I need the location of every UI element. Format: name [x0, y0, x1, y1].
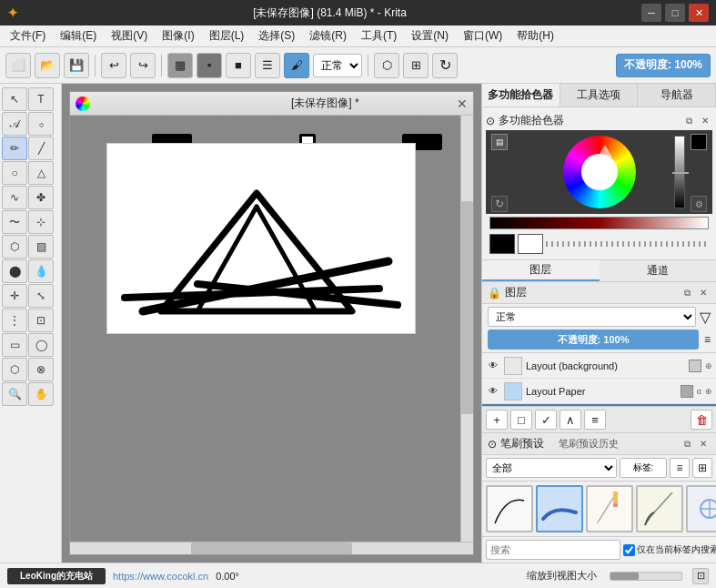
vertical-scrollbar[interactable]	[460, 116, 473, 542]
background-color-swatch[interactable]	[518, 234, 543, 254]
layer-item[interactable]: 👁 Layout (background) ⊕	[482, 353, 716, 379]
transform-tool[interactable]: ⤡	[28, 284, 54, 308]
tab-navigator[interactable]: 导航器	[638, 84, 716, 106]
contiguous-sel-tool[interactable]: ⬤	[2, 259, 27, 283]
layer-opacity-button[interactable]: 不透明度: 100%	[488, 329, 699, 350]
menu-view[interactable]: 视图(V)	[105, 26, 154, 46]
menu-settings[interactable]: 设置(N)	[405, 26, 455, 46]
merge-layer-button[interactable]: ∧	[560, 410, 581, 430]
zoom-fit-button[interactable]: ⊡	[692, 568, 709, 584]
save-button[interactable]: 💾	[64, 53, 89, 78]
canvas-close-button[interactable]: ✕	[457, 96, 468, 111]
redo-button[interactable]: ↪	[130, 53, 156, 78]
add-layer-button[interactable]: +	[486, 410, 508, 430]
cp-expand-icon[interactable]: ⧉	[681, 114, 696, 128]
brush-thumb-2[interactable]	[536, 485, 583, 532]
menu-window[interactable]: 窗口(W)	[457, 26, 509, 46]
layer-visibility-icon[interactable]: 👁	[486, 359, 500, 373]
search-checkbox[interactable]	[623, 544, 635, 556]
edit-shape-tool[interactable]: ⬦	[28, 112, 54, 136]
tab-layers[interactable]: 图层	[482, 260, 600, 281]
horizontal-scrollbar[interactable]	[70, 542, 473, 554]
menu-file[interactable]: 文件(F)	[4, 26, 52, 46]
value-strip[interactable]	[674, 136, 685, 208]
maximize-button[interactable]: □	[665, 4, 685, 22]
brush-list-view-button[interactable]: ≡	[670, 458, 690, 478]
hue-gradient-strip[interactable]	[489, 217, 709, 229]
copy-layer-button[interactable]: □	[510, 410, 532, 430]
brush-btn[interactable]: 🖌	[284, 53, 309, 78]
tab-color-picker[interactable]: 多功能拾色器	[482, 84, 560, 106]
fill-btn[interactable]: ⬡	[374, 53, 399, 78]
layer-filter-icon[interactable]: ▽	[700, 309, 711, 326]
tab-channels[interactable]: 通道	[600, 260, 717, 281]
polygon-tool[interactable]: △	[28, 161, 54, 185]
cp-close-icon[interactable]: ✕	[698, 114, 712, 128]
layer-visibility-icon[interactable]: 👁	[486, 384, 500, 399]
new-button[interactable]: ⬜	[5, 53, 31, 78]
delete-layer-button[interactable]: 🗑	[691, 410, 712, 430]
opacity-button[interactable]: 不透明度: 100%	[616, 54, 711, 77]
select-tool[interactable]: ↖	[2, 87, 27, 111]
brush-filter-select[interactable]: 全部	[486, 458, 617, 478]
pattern-btn[interactable]: ▦	[167, 53, 193, 78]
menu-help[interactable]: 帮助(H)	[510, 26, 560, 46]
warp-tool[interactable]: ⋮	[2, 309, 27, 332]
brush-close-btn[interactable]: ✕	[696, 437, 711, 451]
cp-right-icon[interactable]	[691, 134, 707, 150]
menu-tool[interactable]: 工具(T)	[355, 26, 403, 46]
freehand-brush-tool[interactable]: ✏	[2, 137, 27, 160]
calligraphy-tool[interactable]: 𝒜	[2, 112, 27, 136]
brush-thumb-1[interactable]	[486, 485, 533, 532]
multibrush-tool[interactable]: ✤	[28, 186, 54, 209]
close-button[interactable]: ✕	[689, 4, 709, 22]
cp-settings-button[interactable]: ⚙	[691, 196, 707, 212]
brush-tag-button[interactable]: 标签:	[620, 458, 667, 478]
zoom-tool[interactable]: 🔍	[2, 382, 27, 406]
open-button[interactable]: 📂	[35, 53, 60, 78]
layer-section-toggle[interactable]: 🔒 图层 ⧉ ✕	[482, 282, 716, 304]
sync-btn[interactable]: ↻	[432, 53, 458, 78]
zoom-slider[interactable]	[610, 572, 682, 581]
blend-mode-select[interactable]: 正常	[313, 54, 362, 77]
v-scrollbar-thumb[interactable]	[461, 201, 473, 414]
brush-grid-view-button[interactable]: ⊞	[692, 458, 712, 478]
ellipse-tool[interactable]: ○	[2, 161, 27, 185]
layer-blend-select[interactable]: 正常	[488, 307, 696, 327]
foreground-color-swatch[interactable]	[489, 234, 515, 254]
zoom-label[interactable]: 缩放到视图大小	[527, 569, 597, 583]
check-layer-button[interactable]: ✓	[535, 410, 557, 430]
line-tool[interactable]: ╱	[28, 137, 54, 160]
brush-thumb-3[interactable]	[586, 485, 633, 532]
layer-list-btn[interactable]: ☰	[255, 53, 280, 78]
layer-alpha-lock[interactable]	[681, 385, 693, 398]
dynamic-brush-tool[interactable]: 〜	[2, 210, 27, 234]
cp-options-icon[interactable]: ▤	[491, 134, 508, 150]
flatten-button[interactable]: ≡	[584, 410, 606, 430]
color-wheel[interactable]	[563, 136, 636, 208]
layer-expand-icon[interactable]: ⧉	[680, 286, 694, 300]
h-scrollbar-thumb[interactable]	[191, 542, 352, 554]
menu-edit[interactable]: 编辑(E)	[54, 26, 103, 46]
brush-expand-btn[interactable]: ⧉	[680, 437, 694, 451]
layer-close-icon[interactable]: ✕	[696, 286, 711, 300]
ellip-sel-tool[interactable]: ◯	[28, 333, 54, 357]
color-picker-tool[interactable]: 💧	[28, 259, 54, 283]
fg-bg-btn[interactable]: ■	[226, 53, 251, 78]
fill-tool[interactable]: ▨	[28, 235, 54, 259]
layer-more-icon[interactable]: ≡	[704, 333, 711, 346]
tab-tool-options[interactable]: 工具选项	[560, 84, 639, 106]
color-btn[interactable]: ▪	[197, 53, 222, 78]
brush-thumb-4[interactable]	[636, 485, 683, 532]
brush-thumb-5[interactable]	[686, 485, 716, 532]
smart-patch-tool[interactable]: ⬡	[2, 235, 27, 259]
polygonal-sel-tool[interactable]: ⬡	[2, 358, 27, 381]
text-tool[interactable]: T	[28, 87, 54, 111]
grid-btn[interactable]: ⊞	[403, 53, 429, 78]
magnetic-sel-tool[interactable]: ⊗	[28, 358, 54, 381]
rect-sel-tool[interactable]: ▭	[2, 333, 27, 357]
move-tool[interactable]: ✛	[2, 284, 27, 308]
layer-item[interactable]: 👁 Layout Paper α ⊕	[482, 379, 716, 404]
cp-refresh-button[interactable]: ↻	[491, 196, 508, 212]
layer-options[interactable]: ⊕	[705, 361, 712, 370]
